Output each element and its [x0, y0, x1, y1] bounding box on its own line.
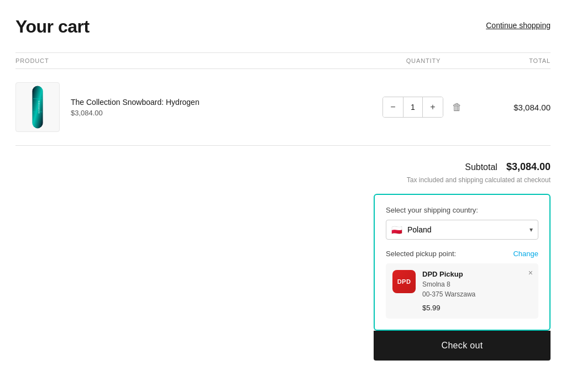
pickup-card-inner: DPD DPD Pickup Smolna 8 00-375 Warszawa: [392, 270, 532, 299]
pickup-name: DPD Pickup: [422, 270, 532, 278]
delete-item-button[interactable]: 🗑: [450, 99, 464, 115]
pickup-address: Smolna 8 00-375 Warszawa: [422, 279, 532, 299]
plus-icon: +: [430, 102, 435, 112]
pickup-card: DPD DPD Pickup Smolna 8 00-375 Warszawa …: [386, 263, 538, 319]
quantity-box: − 1 +: [382, 97, 443, 118]
svg-rect-3: [33, 112, 42, 112]
page-title: Your cart: [15, 17, 90, 37]
cart-header: Your cart Continue shopping: [15, 17, 551, 37]
table-header: Product Quantity Total: [15, 52, 551, 69]
pickup-label: Selected pickup point:: [386, 250, 456, 258]
quantity-increase-button[interactable]: +: [423, 97, 443, 117]
pickup-price: $5.99: [392, 304, 532, 312]
shipping-checkout-wrapper: Select your shipping country: 🇵🇱 Poland …: [374, 194, 551, 361]
pickup-header: Selected pickup point: Change: [386, 250, 538, 258]
pickup-city: 00-375 Warszawa: [422, 290, 475, 298]
dpd-logo: DPD: [392, 270, 416, 293]
item-total: $3,084.00: [484, 103, 551, 112]
svg-rect-2: [33, 98, 42, 99]
product-name: The Collection Snowboard: Hydrogen: [71, 98, 200, 107]
bottom-area: Subtotal $3,084.00 Tax included and ship…: [15, 146, 551, 361]
country-select-wrapper: 🇵🇱 Poland Germany France United States ▾: [386, 220, 538, 240]
tax-note: Tax included and shipping calculated at …: [407, 176, 551, 184]
product-info: HYDROGEN The Collection Snowboard: Hydro…: [15, 82, 363, 132]
quantity-value: 1: [403, 97, 423, 117]
trash-icon: 🗑: [452, 102, 462, 113]
country-flag-icon: 🇵🇱: [391, 225, 402, 235]
quantity-controls: − 1 + 🗑: [363, 97, 484, 118]
subtotal-value: $3,084.00: [506, 161, 551, 173]
subtotal-section: Subtotal $3,084.00: [465, 146, 551, 176]
pickup-close-button[interactable]: ×: [528, 269, 533, 277]
quantity-column-header: Quantity: [363, 57, 484, 64]
pickup-street: Smolna 8: [422, 280, 450, 288]
quantity-decrease-button[interactable]: −: [383, 97, 403, 117]
pickup-info: DPD Pickup Smolna 8 00-375 Warszawa: [422, 270, 532, 299]
page-wrapper: Your cart Continue shopping Product Quan…: [0, 0, 566, 383]
minus-icon: −: [390, 102, 395, 112]
change-pickup-link[interactable]: Change: [513, 250, 538, 258]
continue-shopping-link[interactable]: Continue shopping: [486, 21, 551, 30]
product-details: The Collection Snowboard: Hydrogen $3,08…: [71, 98, 200, 117]
shipping-country-label: Select your shipping country:: [386, 206, 538, 214]
subtotal-label: Subtotal: [465, 162, 497, 172]
cart-item: HYDROGEN The Collection Snowboard: Hydro…: [15, 69, 551, 146]
total-column-header: Total: [484, 57, 551, 64]
product-column-header: Product: [15, 57, 363, 64]
product-image: HYDROGEN: [15, 82, 60, 132]
product-unit-price: $3,084.00: [71, 109, 200, 117]
shipping-box: Select your shipping country: 🇵🇱 Poland …: [374, 194, 551, 331]
close-icon: ×: [528, 268, 533, 277]
checkout-button[interactable]: Check out: [374, 331, 551, 361]
country-select[interactable]: Poland Germany France United States: [386, 220, 538, 240]
